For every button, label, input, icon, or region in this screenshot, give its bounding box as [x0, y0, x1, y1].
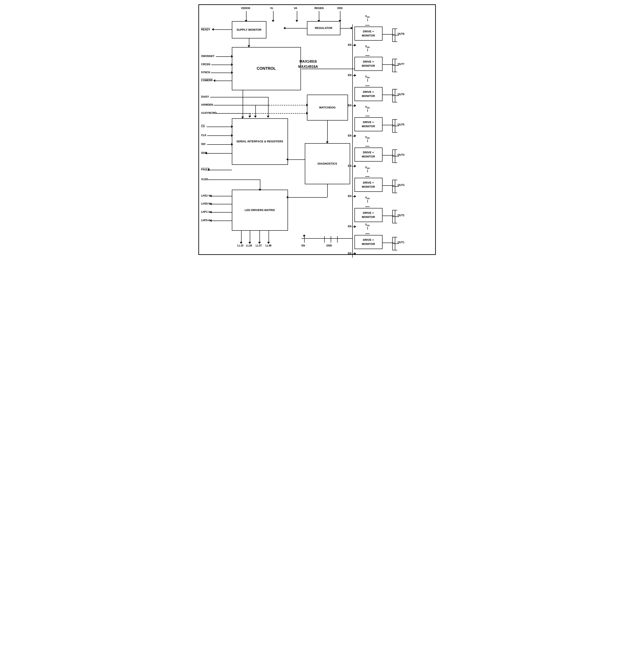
gnd-line3	[337, 236, 338, 242]
daisy-label: DAISY	[201, 95, 209, 98]
lhf58-line	[212, 221, 232, 221]
watchdog-diag-line	[327, 120, 328, 142]
ready-label: READY	[201, 28, 210, 31]
mosfet-out3	[391, 178, 399, 195]
lhf58-label: LHF5-8	[201, 219, 210, 222]
reg-right-line	[340, 28, 351, 28]
ll15-label: LL15	[238, 244, 244, 247]
reg-left-line	[285, 28, 307, 28]
mosfet-out5	[391, 117, 399, 135]
ready-arrowhead	[212, 28, 214, 31]
a0-down-line	[255, 105, 256, 116]
ll15-arrowhead	[240, 242, 242, 244]
vdd-top-arrow-line	[340, 11, 340, 21]
drive-monitor-out8: DRIVE +MONITOR	[355, 27, 383, 41]
va-label: VA	[294, 7, 297, 10]
lhs58-line	[212, 204, 232, 204]
vled-h-line	[208, 180, 260, 180]
control-block: CONTROL	[232, 47, 301, 90]
va-arrow-line	[297, 11, 297, 21]
diagram-container: VDDOK VL VA REGEN VDD SUPPLY MONITOR REG…	[198, 4, 436, 255]
ll37-line	[260, 231, 260, 242]
mosfet-out6	[391, 87, 399, 104]
lhs58-label: LHS5-8	[201, 202, 210, 205]
mosfet-out4	[391, 147, 399, 165]
vdd-out8: VDD	[365, 15, 370, 18]
mosfet-out1	[391, 235, 399, 252]
fault-line	[210, 170, 232, 170]
drive-monitor-out6: DRIVE +MONITOR	[355, 87, 383, 101]
chip-title: MAX14916 MAX14916A	[298, 59, 318, 69]
diagnostics-block: DIAGNOSTICS	[305, 143, 350, 184]
owonset-label: OWONSET	[201, 55, 215, 58]
clk-line	[207, 135, 232, 136]
synch-line	[211, 73, 232, 73]
diag-led-h-line	[288, 197, 327, 198]
daisy-line	[210, 97, 269, 97]
drive-monitor-out3: DRIVE +MONITOR	[355, 178, 383, 192]
a1syncwd-label: A1/SYNCWD	[201, 112, 217, 115]
vddok-arrow-line	[246, 11, 246, 21]
sm-down-line	[249, 39, 249, 46]
lhs58-arrowhead	[210, 203, 212, 205]
mosfet-out2	[391, 208, 399, 225]
vl-arrowhead	[272, 20, 274, 22]
lhf14-arrowhead	[210, 211, 212, 213]
comerr-line	[215, 80, 232, 81]
owonset-arrowhead	[231, 55, 233, 58]
a0wden-label: A0/WDEN	[201, 103, 213, 106]
lhs14-arrowhead	[210, 194, 212, 197]
diag-seri-arrowhead	[286, 158, 288, 161]
vled-label: VLED	[201, 178, 208, 181]
comerr-label: COMERR	[201, 79, 213, 82]
a1syncwd-dashed	[250, 113, 307, 114]
a0-down-arrowhead	[254, 116, 257, 118]
crcen-arrowhead	[231, 63, 233, 66]
diag-seri-line	[288, 159, 305, 160]
ll48-line	[269, 231, 269, 242]
lhf58-arrowhead	[210, 219, 212, 222]
drive-monitor-out2: DRIVE +MONITOR	[355, 208, 383, 222]
clk-label: CLK	[201, 134, 206, 137]
mosfet-out7	[391, 57, 399, 74]
vdd-out8-line	[367, 19, 368, 21]
a0wden-arrowhead	[306, 104, 308, 106]
drive-monitor-out4: DRIVE +MONITOR	[355, 147, 383, 162]
vdd-out1: VDD	[365, 223, 370, 227]
crcen-label: CRCEN	[201, 63, 211, 66]
ll48-label: LL48	[266, 244, 272, 247]
sdi-label: SDI	[201, 143, 205, 145]
clk-arrowhead	[231, 134, 233, 137]
en-out8-arrowhead	[354, 44, 356, 46]
ll37-label: LL37	[256, 244, 262, 247]
gnd-line2	[331, 236, 331, 242]
a1syncwd-arrowhead	[306, 112, 308, 115]
va-arrowhead	[295, 20, 298, 22]
drive-monitor-out1: DRIVE +MONITOR	[355, 235, 383, 249]
fault-arrowhead	[208, 168, 210, 171]
sdi-line	[207, 144, 232, 145]
a1syncwd-line	[216, 113, 250, 114]
vl-label: VL	[270, 7, 273, 10]
a0wden-dashed	[269, 105, 307, 106]
vdd-out5: VDD	[365, 106, 370, 109]
daisy-down-line	[268, 97, 269, 116]
en-bottom-label: EN	[301, 244, 305, 247]
drive-monitor-out5: DRIVE +MONITOR	[355, 117, 383, 131]
ll48-arrowhead	[267, 242, 270, 244]
owonset-line	[216, 56, 232, 57]
led-drivers-block: LED DRIVERS MATRIX	[232, 190, 288, 231]
ll37-arrowhead	[258, 242, 261, 244]
diode-out8	[365, 21, 370, 25]
lhs14-line	[212, 196, 232, 196]
watchdog-block: WATCHDOG	[307, 95, 348, 120]
lhf14-label: LHF1-4	[201, 210, 210, 213]
cs-line	[206, 126, 232, 127]
ll15-line	[241, 231, 242, 242]
mosfet-out8	[391, 27, 399, 44]
serial-interface-block: SERIAL INTERFACE & REGISTERS	[232, 118, 288, 165]
vled-v-line	[260, 180, 260, 190]
vled-arrowhead	[259, 189, 261, 191]
diag-led-arrowhead	[286, 196, 288, 199]
synch-label: SYNCH	[201, 71, 210, 74]
